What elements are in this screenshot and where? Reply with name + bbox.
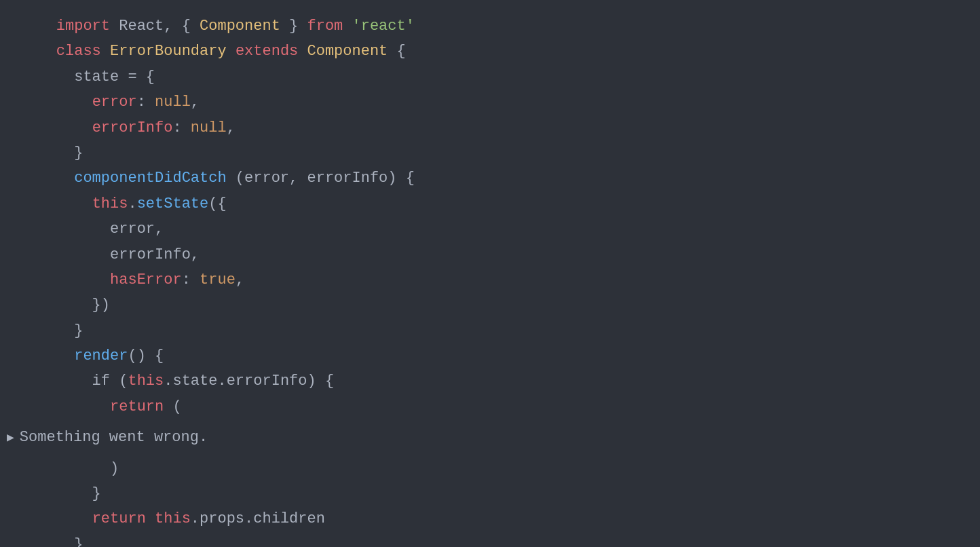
code-token	[20, 39, 56, 64]
code-token: return	[110, 394, 164, 419]
code-token	[20, 267, 110, 293]
code-token: }	[20, 318, 83, 343]
code-line: if (this.state.errorInfo) {	[0, 369, 980, 394]
code-line: }	[0, 481, 980, 506]
collapsed-section[interactable]: ▶ Something went wrong.	[0, 419, 980, 455]
code-token: errorInfo,	[20, 242, 200, 267]
code-token: error	[92, 90, 137, 115]
code-token: :	[182, 267, 200, 293]
code-line: })	[0, 293, 980, 318]
code-token	[20, 343, 74, 369]
code-line: return this.props.children	[0, 506, 980, 531]
code-token: (	[164, 394, 181, 419]
code-token: setState	[137, 191, 209, 216]
code-token: .props.children	[191, 506, 325, 531]
code-line: errorInfo: null,	[0, 115, 980, 140]
code-line: this.setState({	[0, 191, 980, 216]
code-token: ,	[191, 90, 200, 115]
code-token: render	[74, 343, 128, 369]
code-token: if (	[20, 369, 128, 394]
code-token: React	[119, 14, 164, 39]
collapse-icon[interactable]: ▶	[7, 428, 14, 449]
code-line: }	[0, 318, 980, 343]
code-line: error,	[0, 216, 980, 242]
code-token: null	[155, 90, 191, 115]
code-token: state = {	[20, 64, 155, 90]
code-token: , {	[164, 14, 200, 39]
code-line: return (	[0, 394, 980, 419]
code-token: () {	[128, 343, 164, 369]
code-line: state = {	[0, 64, 980, 90]
code-line: hasError: true,	[0, 267, 980, 293]
code-token: )	[20, 456, 119, 481]
code-token: import	[20, 14, 119, 39]
code-line: import React, { Component } from 'react'	[0, 14, 980, 39]
code-lines-before: import React, { Component } from 'react'…	[0, 14, 980, 419]
code-token: .	[128, 191, 136, 216]
code-token: Component	[200, 14, 280, 39]
code-token: (error, errorInfo) {	[227, 166, 415, 191]
code-line: componentDidCatch (error, errorInfo) {	[0, 166, 980, 191]
code-token: :	[172, 115, 190, 140]
code-token	[20, 166, 74, 191]
code-token: errorInfo	[92, 115, 173, 140]
code-lines-after: ) } return this.props.children } } expor…	[0, 456, 980, 547]
code-line: }	[0, 140, 980, 166]
code-token: hasError	[110, 267, 182, 293]
code-token: ({	[208, 191, 226, 216]
code-token: }	[20, 532, 83, 547]
code-token: }	[20, 140, 83, 166]
code-line: class ErrorBoundary extends Component {	[0, 39, 980, 64]
code-token	[343, 14, 352, 39]
code-token: return	[92, 506, 146, 531]
code-token: }	[20, 481, 101, 506]
code-line: render() {	[0, 343, 980, 369]
code-token: null	[191, 115, 227, 140]
code-token: Component	[307, 39, 397, 64]
code-token: ,	[235, 267, 244, 293]
code-token: }	[280, 14, 307, 39]
code-token: this	[128, 369, 164, 394]
code-token: 'react'	[352, 14, 415, 39]
code-token: from	[307, 14, 343, 39]
code-line: }	[0, 532, 980, 547]
code-token	[20, 394, 110, 419]
code-token: ,	[227, 115, 235, 140]
code-token	[20, 191, 92, 216]
code-token	[20, 90, 92, 115]
collapsed-text: Something went wrong.	[20, 425, 208, 450]
code-token: {	[397, 39, 406, 64]
code-line: )	[0, 456, 980, 481]
code-line: error: null,	[0, 90, 980, 115]
code-token: componentDidCatch	[74, 166, 226, 191]
code-line: errorInfo,	[0, 242, 980, 267]
code-editor: import React, { Component } from 'react'…	[0, 0, 980, 547]
code-token	[20, 115, 92, 140]
code-token: error,	[20, 216, 164, 242]
code-token: extends	[235, 39, 307, 64]
code-token: this	[92, 191, 128, 216]
code-token: true	[200, 267, 235, 293]
code-token	[146, 506, 155, 531]
code-token	[20, 506, 92, 531]
code-token: class	[56, 39, 110, 64]
code-token: .state.errorInfo) {	[164, 369, 334, 394]
code-token: ErrorBoundary	[110, 39, 235, 64]
code-token: })	[20, 293, 110, 318]
code-token: :	[137, 90, 155, 115]
code-token: this	[155, 506, 191, 531]
